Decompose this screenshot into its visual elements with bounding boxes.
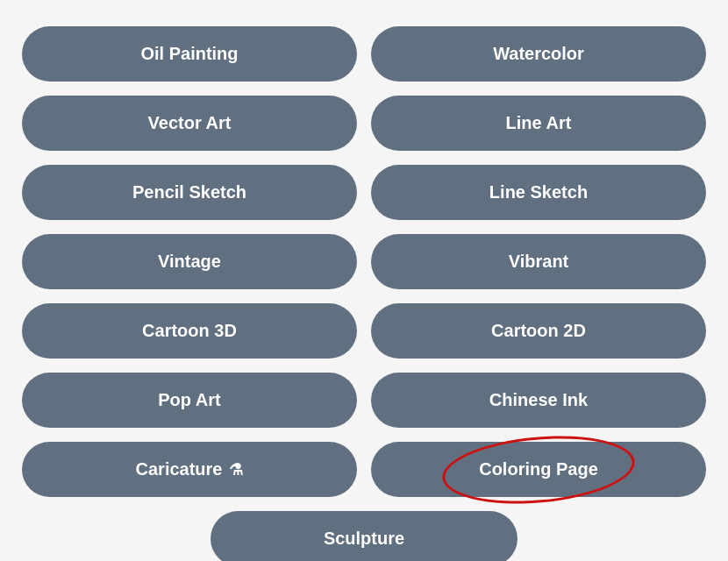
bottom-row: Sculpture [22,511,706,561]
watercolor-label: Watercolor [493,44,584,64]
pop-art-button[interactable]: Pop Art [22,373,357,428]
watercolor-button[interactable]: Watercolor [371,26,706,82]
coloring-page-label: Coloring Page [479,459,598,479]
vintage-button[interactable]: Vintage [22,234,357,289]
vector-art-button[interactable]: Vector Art [22,96,357,151]
vibrant-button[interactable]: Vibrant [371,234,706,289]
flask-icon: ⚗ [229,460,243,479]
vibrant-label: Vibrant [509,252,569,272]
pop-art-label: Pop Art [158,390,220,410]
line-sketch-button[interactable]: Line Sketch [371,165,706,220]
coloring-page-button[interactable]: Coloring Page [371,442,706,497]
oil-painting-button[interactable]: Oil Painting [22,26,357,82]
cartoon-3d-label: Cartoon 3D [142,321,237,341]
line-art-button[interactable]: Line Art [371,96,706,151]
cartoon-3d-button[interactable]: Cartoon 3D [22,303,357,359]
sculpture-label: Sculpture [324,529,404,549]
oil-painting-label: Oil Painting [140,44,238,64]
sculpture-button[interactable]: Sculpture [211,511,517,561]
vector-art-label: Vector Art [148,113,232,133]
cartoon-2d-button[interactable]: Cartoon 2D [371,303,706,359]
chinese-ink-label: Chinese Ink [489,390,588,410]
pencil-sketch-label: Pencil Sketch [132,182,246,202]
line-sketch-label: Line Sketch [489,182,588,202]
vintage-label: Vintage [158,252,221,272]
caricature-label: Caricature [136,459,223,479]
cartoon-2d-label: Cartoon 2D [491,321,586,341]
pencil-sketch-button[interactable]: Pencil Sketch [22,165,357,220]
style-grid: Oil Painting Watercolor Vector Art Line … [22,26,706,497]
chinese-ink-button[interactable]: Chinese Ink [371,373,706,428]
caricature-button[interactable]: Caricature ⚗ [22,442,357,497]
line-art-label: Line Art [506,113,572,133]
coloring-page-wrapper: Coloring Page [371,442,706,497]
